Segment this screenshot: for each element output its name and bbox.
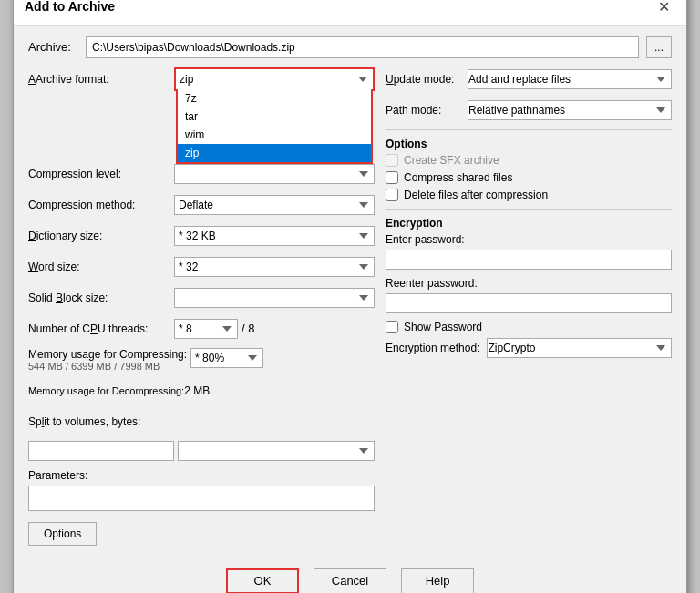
delete-checkbox[interactable] bbox=[386, 189, 398, 201]
enter-password-input[interactable] bbox=[386, 250, 672, 270]
dictionary-size-select[interactable]: * 32 KB bbox=[174, 226, 375, 246]
options-button[interactable]: Options bbox=[28, 522, 97, 546]
shared-label: Compress shared files bbox=[404, 171, 512, 184]
format-dropdown: 7z tar wim zip bbox=[176, 89, 373, 164]
delete-label: Delete files after compression bbox=[404, 189, 548, 201]
solid-block-label: Solid Block size: bbox=[28, 291, 174, 304]
word-size-select[interactable]: * 32 bbox=[174, 257, 375, 277]
cpu-threads-select[interactable]: * 8 bbox=[174, 319, 238, 339]
split-volumes-label: Split to volumes, bytes: bbox=[28, 415, 174, 428]
cpu-threads-label: Number of CPU threads: bbox=[28, 322, 174, 335]
archive-format-row: AArchive format: zip 7z tar wim bbox=[28, 67, 375, 91]
left-column: AArchive format: zip 7z tar wim bbox=[28, 67, 375, 546]
compression-level-label: Compression level: bbox=[28, 168, 174, 180]
parameters-label: Parameters: bbox=[28, 469, 88, 482]
solid-block-row: Solid Block size: bbox=[28, 286, 375, 310]
memory-compress-sub: 544 MB / 6399 MB / 7998 MB bbox=[28, 361, 187, 372]
sfx-checkbox[interactable] bbox=[386, 154, 398, 167]
add-to-archive-dialog: Add to Archive ✕ Archive: ... AArchive f… bbox=[13, 0, 687, 593]
path-mode-label: Path mode: bbox=[386, 104, 468, 117]
word-size-row: Word size: * 32 bbox=[28, 255, 375, 279]
right-column: Update mode: Add and replace files Path … bbox=[386, 67, 672, 546]
archive-format-label: AArchive format: bbox=[28, 73, 174, 86]
reenter-pw-label: Reenter password: bbox=[386, 277, 672, 290]
dialog-body: Archive: ... AArchive format: zip bbox=[14, 26, 686, 557]
memory-decompress-row: Memory usage for Decompressing: 2 MB bbox=[28, 379, 375, 403]
update-mode-select[interactable]: Add and replace files bbox=[468, 69, 672, 89]
sfx-checkbox-row: Create SFX archive bbox=[386, 154, 672, 167]
archive-label: Archive: bbox=[28, 40, 78, 54]
compression-method-label: Compression method: bbox=[28, 199, 174, 211]
reenter-password-input[interactable] bbox=[386, 293, 672, 313]
show-password-checkbox[interactable] bbox=[386, 321, 398, 333]
memory-compress-label: Memory usage for Compressing: bbox=[28, 348, 187, 361]
archive-row: Archive: ... bbox=[28, 36, 672, 58]
path-mode-select[interactable]: Relative pathnames bbox=[468, 100, 672, 120]
split-volumes-row: Split to volumes, bytes: bbox=[28, 410, 375, 434]
reenter-password-block: Reenter password: bbox=[386, 277, 672, 321]
memory-compress-select[interactable]: * 80% bbox=[190, 348, 263, 368]
memory-compress-row: Memory usage for Compressing: 544 MB / 6… bbox=[28, 348, 375, 372]
compression-method-row: Compression method: Deflate bbox=[28, 193, 375, 217]
update-mode-label: Update mode: bbox=[386, 73, 468, 86]
browse-button[interactable]: ... bbox=[646, 36, 672, 58]
archive-format-wrapper: zip 7z tar wim zip bbox=[174, 67, 375, 91]
compression-method-select[interactable]: Deflate bbox=[174, 195, 375, 215]
enter-pw-label: Enter password: bbox=[386, 233, 672, 246]
shared-checkbox[interactable] bbox=[386, 171, 398, 184]
archive-format-select[interactable]: zip bbox=[176, 69, 373, 89]
close-button[interactable]: ✕ bbox=[653, 0, 675, 17]
path-mode-row: Path mode: Relative pathnames bbox=[386, 98, 672, 122]
dialog-title: Add to Archive bbox=[25, 0, 115, 14]
format-option-tar[interactable]: tar bbox=[178, 107, 371, 126]
split-select[interactable] bbox=[178, 441, 375, 461]
title-bar: Add to Archive ✕ bbox=[14, 0, 686, 26]
word-size-label: Word size: bbox=[28, 261, 174, 273]
dialog-footer: OK Cancel Help bbox=[14, 557, 686, 594]
encryption-method-row: Encryption method: ZipCrypto bbox=[386, 338, 672, 358]
enc-method-select[interactable]: ZipCrypto bbox=[487, 338, 672, 358]
shared-checkbox-row: Compress shared files bbox=[386, 171, 672, 184]
parameters-row: Parameters: bbox=[28, 468, 375, 511]
memory-decompress-label: Memory usage for Decompressing: bbox=[28, 385, 184, 396]
solid-block-select[interactable] bbox=[174, 288, 375, 308]
dictionary-size-row: Dictionary size: * 32 KB bbox=[28, 224, 375, 248]
main-columns: AArchive format: zip 7z tar wim bbox=[28, 67, 672, 546]
cpu-threads-row: Number of CPU threads: * 8 / 8 bbox=[28, 317, 375, 341]
archive-path-input[interactable] bbox=[86, 36, 639, 58]
format-option-7z[interactable]: 7z bbox=[178, 89, 371, 107]
show-password-row: Show Password bbox=[386, 321, 672, 333]
compression-level-row: Compression level: bbox=[28, 162, 375, 186]
parameters-input[interactable] bbox=[28, 486, 375, 511]
encryption-section-label: Encryption bbox=[386, 217, 672, 230]
show-password-label: Show Password bbox=[404, 321, 482, 333]
update-mode-row: Update mode: Add and replace files bbox=[386, 67, 672, 91]
options-section-label: Options bbox=[386, 138, 672, 150]
compression-level-select[interactable] bbox=[174, 164, 375, 184]
split-input[interactable] bbox=[28, 441, 174, 461]
help-button[interactable]: Help bbox=[401, 568, 474, 594]
cancel-button[interactable]: Cancel bbox=[314, 568, 386, 594]
delete-checkbox-row: Delete files after compression bbox=[386, 189, 672, 201]
split-input-row bbox=[28, 441, 375, 461]
enc-method-label: Encryption method: bbox=[386, 342, 479, 354]
dictionary-size-label: Dictionary size: bbox=[28, 230, 174, 242]
sfx-label: Create SFX archive bbox=[404, 154, 499, 167]
ok-button[interactable]: OK bbox=[226, 568, 299, 594]
cpu-threads-max: / 8 bbox=[242, 322, 254, 335]
memory-decompress-value: 2 MB bbox=[184, 384, 210, 397]
format-option-zip[interactable]: zip bbox=[178, 144, 371, 162]
format-option-wim[interactable]: wim bbox=[178, 126, 371, 144]
enter-password-block: Enter password: bbox=[386, 233, 672, 277]
